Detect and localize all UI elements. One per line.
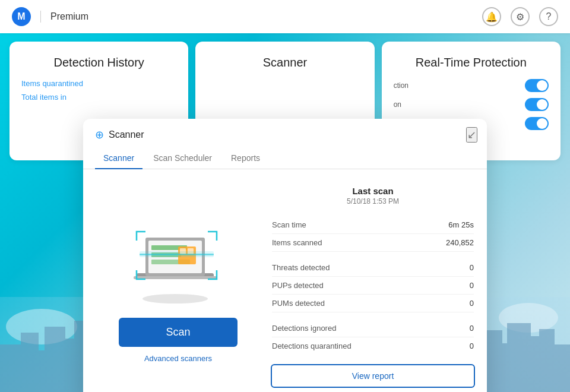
notifications-button[interactable]: 🔔 <box>482 7 501 26</box>
logo: M Premium <box>12 7 88 26</box>
modal-left-panel: Scan Advanced scanners <box>95 181 261 392</box>
pums-value: 0 <box>470 299 474 308</box>
scan-illustration <box>119 211 238 306</box>
scanner-card-title: Scanner <box>207 56 362 69</box>
settings-button[interactable]: ⚙ <box>511 7 530 26</box>
app-title: Premium <box>50 11 88 22</box>
app-header: M Premium 🔔 ⚙ ? <box>0 0 570 33</box>
ignored-label: Detections ignored <box>272 324 336 333</box>
modal-header: ⊕ Scanner ↙ <box>83 119 487 141</box>
modal-tabs: Scanner Scan Scheduler Reports <box>83 147 487 169</box>
stat-row-pups: PUPs detected 0 <box>272 277 474 295</box>
svg-text:M: M <box>17 11 25 21</box>
tab-scan-scheduler[interactable]: Scan Scheduler <box>145 147 220 169</box>
toggle-2[interactable] <box>525 98 549 111</box>
last-scan-title: Last scan <box>271 186 475 196</box>
scan-button[interactable]: Scan <box>119 318 238 347</box>
stat-row-scan-time: Scan time 6m 25s <box>272 216 474 234</box>
items-scanned-value: 240,852 <box>446 238 474 247</box>
detection-history-title: Detection History <box>21 56 176 69</box>
collapse-button[interactable]: ↙ <box>466 127 477 143</box>
real-time-title: Real-Time Protection <box>394 56 549 69</box>
toggle-row-2: on <box>394 98 549 111</box>
quarantined-value: 0 <box>470 342 474 350</box>
svg-rect-39 <box>507 323 531 392</box>
svg-point-45 <box>142 294 208 304</box>
stat-row-pums: PUMs detected 0 <box>272 295 474 312</box>
quarantined-label: Detections quarantined <box>272 342 352 350</box>
advanced-scanners-link[interactable]: Advanced scanners <box>144 354 212 363</box>
logo-divider <box>40 11 41 23</box>
modal-right-panel: Last scan 5/10/18 1:53 PM Scan time 6m 2… <box>271 181 475 392</box>
svg-rect-1 <box>0 344 24 392</box>
threats-value: 0 <box>470 263 474 272</box>
scanner-modal: ⊕ Scanner ↙ Scanner Scan Scheduler Repor… <box>83 119 487 392</box>
modal-title: Scanner <box>109 129 144 140</box>
stat-row-items-scanned: Items scanned 240,852 <box>272 234 474 252</box>
threats-label: Threats detected <box>272 263 330 272</box>
toggle-label-1: ction <box>394 81 408 90</box>
scanner-icon: ⊕ <box>95 128 104 141</box>
stat-gap-1 <box>272 253 474 258</box>
scan-time-label: Scan time <box>272 220 306 229</box>
svg-rect-57 <box>140 251 214 257</box>
toggle-row-1: ction <box>394 79 549 92</box>
modal-body: Scan Advanced scanners Last scan 5/10/18… <box>83 169 487 392</box>
stat-row-quarantined: Detections quarantined 0 <box>272 337 474 355</box>
items-scanned-label: Items scanned <box>272 238 322 247</box>
toggle-1[interactable] <box>525 79 549 92</box>
help-button[interactable]: ? <box>539 7 558 26</box>
ignored-value: 0 <box>470 324 474 333</box>
total-items: Total items in <box>21 93 176 102</box>
pups-label: PUPs detected <box>272 281 324 290</box>
stat-gap-2 <box>272 314 474 318</box>
tab-reports[interactable]: Reports <box>223 147 268 169</box>
scan-stats-table: Scan time 6m 25s Items scanned 240,852 T… <box>271 215 475 356</box>
stat-row-threats: Threats detected 0 <box>272 259 474 277</box>
logo-icon: M <box>12 7 31 26</box>
toggle-label-2: on <box>394 100 401 109</box>
tab-scanner[interactable]: Scanner <box>95 147 142 169</box>
last-scan-date: 5/10/18 1:53 PM <box>271 197 475 206</box>
view-report-button[interactable]: View report <box>271 364 475 388</box>
pums-label: PUMs detected <box>272 299 325 308</box>
svg-rect-47 <box>134 276 217 279</box>
toggle-3[interactable] <box>525 117 549 130</box>
stat-row-ignored: Detections ignored 0 <box>272 320 474 337</box>
svg-rect-4 <box>45 327 65 392</box>
svg-rect-42 <box>552 344 570 392</box>
pups-value: 0 <box>470 281 474 290</box>
scan-time-value: 6m 25s <box>448 220 474 229</box>
header-actions: 🔔 ⚙ ? <box>482 7 558 26</box>
items-quarantined: Items quarantined <box>21 79 176 88</box>
